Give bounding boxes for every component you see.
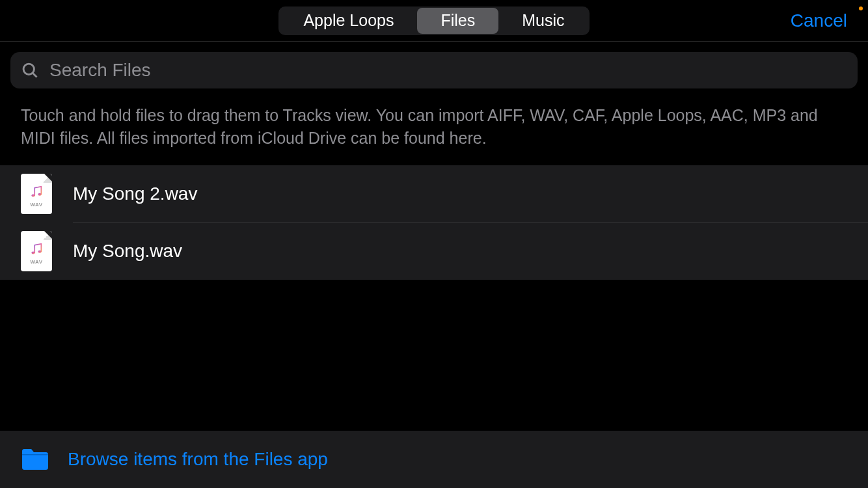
file-row[interactable]: WAV My Song 2.wav xyxy=(0,165,868,223)
file-list: WAV My Song 2.wav WAV My Song.wav xyxy=(0,165,868,280)
file-name-label: My Song.wav xyxy=(73,241,182,262)
svg-point-4 xyxy=(31,251,34,254)
search-bar[interactable] xyxy=(10,52,858,88)
status-dot-icon xyxy=(859,7,863,10)
search-icon xyxy=(21,61,39,79)
svg-point-3 xyxy=(38,193,41,195)
search-input[interactable] xyxy=(49,60,847,81)
svg-point-2 xyxy=(31,194,34,197)
folder-icon xyxy=(21,448,49,471)
tab-selector: Apple Loops Files Music xyxy=(278,7,589,35)
search-container xyxy=(0,42,868,99)
browse-files-button[interactable]: Browse items from the Files app xyxy=(0,431,868,488)
wav-file-icon: WAV xyxy=(21,174,52,214)
file-row[interactable]: WAV My Song.wav xyxy=(0,223,868,280)
file-ext-label: WAV xyxy=(30,259,42,265)
file-ext-label: WAV xyxy=(30,202,42,208)
tab-apple-loops[interactable]: Apple Loops xyxy=(280,8,417,34)
file-name-label: My Song 2.wav xyxy=(73,183,197,204)
tab-music[interactable]: Music xyxy=(498,8,588,34)
tab-files[interactable]: Files xyxy=(417,8,498,34)
svg-line-1 xyxy=(33,73,36,77)
browse-label: Browse items from the Files app xyxy=(68,449,328,470)
hint-text: Touch and hold files to drag them to Tra… xyxy=(0,99,868,165)
svg-point-5 xyxy=(38,250,41,252)
svg-point-0 xyxy=(23,64,34,74)
wav-file-icon: WAV xyxy=(21,231,52,271)
header-bar: Apple Loops Files Music Cancel xyxy=(0,0,868,42)
svg-rect-6 xyxy=(22,454,48,455)
cancel-button[interactable]: Cancel xyxy=(791,10,847,31)
